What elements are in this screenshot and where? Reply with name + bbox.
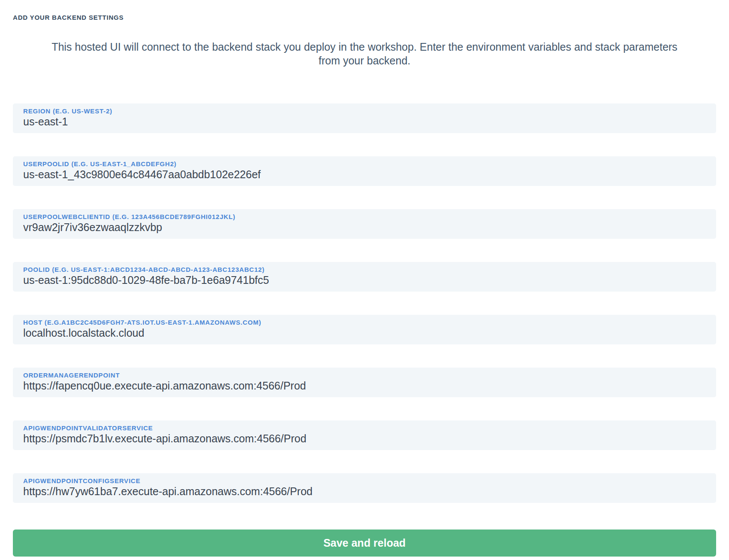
host-label: HOST (E.G.A1BC2C45D6FGH7-ATS.IOT.US-EAST… (23, 319, 706, 326)
apigwendpointconfigservice-input[interactable] (23, 485, 706, 498)
settings-fields-list: REGION (E.G. US-WEST-2) USERPOOLID (E.G.… (13, 103, 716, 503)
page-description: This hosted UI will connect to the backe… (40, 40, 689, 67)
userpoolid-input[interactable] (23, 168, 706, 181)
apigwendpointvalidatorservice-input[interactable] (23, 432, 706, 445)
userpoolwebclientid-input[interactable] (23, 221, 706, 234)
backend-settings-page: ADD YOUR BACKEND SETTINGS This hosted UI… (0, 0, 729, 560)
userpoolid-label: USERPOOLID (E.G. US-EAST-1_ABCDEFGH2) (23, 160, 706, 167)
poolid-input[interactable] (23, 274, 706, 286)
region-input[interactable] (23, 116, 706, 128)
settings-field-apigwendpointconfigservice: APIGWENDPOINTCONFIGSERVICE (13, 473, 716, 503)
host-input[interactable] (23, 327, 706, 339)
apigwendpointvalidatorservice-label: APIGWENDPOINTVALIDATORSERVICE (23, 424, 706, 432)
settings-field-region: REGION (E.G. US-WEST-2) (13, 103, 716, 133)
region-label: REGION (E.G. US-WEST-2) (23, 107, 706, 115)
settings-field-poolid: POOLID (E.G. US-EAST-1:ABCD1234-ABCD-ABC… (13, 262, 716, 292)
settings-field-host: HOST (E.G.A1BC2C45D6FGH7-ATS.IOT.US-EAST… (13, 315, 716, 344)
poolid-label: POOLID (E.G. US-EAST-1:ABCD1234-ABCD-ABC… (23, 266, 706, 273)
settings-field-userpoolid: USERPOOLID (E.G. US-EAST-1_ABCDEFGH2) (13, 156, 716, 186)
ordermanagerendpoint-label: ORDERMANAGERENDPOINT (23, 371, 706, 379)
settings-field-apigwendpointvalidatorservice: APIGWENDPOINTVALIDATORSERVICE (13, 420, 716, 450)
save-and-reload-button[interactable]: Save and reload (13, 530, 716, 557)
settings-field-ordermanagerendpoint: ORDERMANAGERENDPOINT (13, 368, 716, 397)
apigwendpointconfigservice-label: APIGWENDPOINTCONFIGSERVICE (23, 477, 706, 484)
ordermanagerendpoint-input[interactable] (23, 380, 706, 392)
userpoolwebclientid-label: USERPOOLWEBCLIENTID (E.G. 123A456BCDE789… (23, 213, 706, 220)
page-title: ADD YOUR BACKEND SETTINGS (13, 14, 716, 21)
settings-field-userpoolwebclientid: USERPOOLWEBCLIENTID (E.G. 123A456BCDE789… (13, 209, 716, 239)
